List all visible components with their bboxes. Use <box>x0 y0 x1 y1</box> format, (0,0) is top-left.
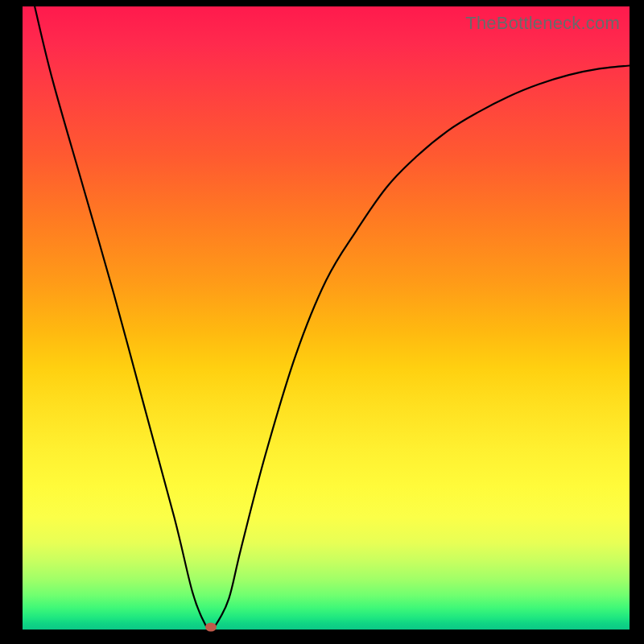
chart-frame: TheBottleneck.com <box>23 6 630 630</box>
watermark-label: TheBottleneck.com <box>465 13 620 34</box>
chart-curve <box>23 6 630 630</box>
curve-minimum-marker <box>205 623 217 632</box>
